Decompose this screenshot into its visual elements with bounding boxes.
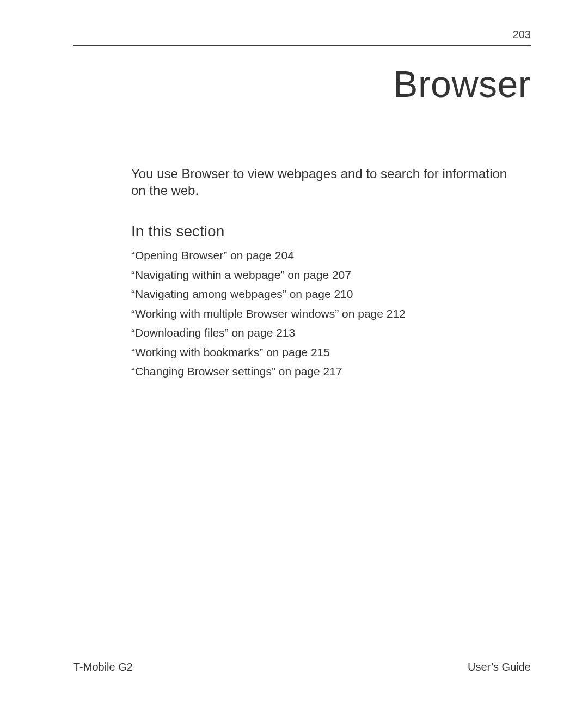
chapter-title: Browser: [74, 63, 531, 105]
intro-paragraph: You use Browser to view webpages and to …: [131, 165, 514, 199]
toc-item: “Working with multiple Browser windows” …: [131, 305, 514, 322]
toc-item: “Downloading files” on page 213: [131, 324, 514, 342]
page-number: 203: [74, 28, 531, 45]
toc-item: “Opening Browser” on page 204: [131, 247, 514, 264]
toc-list: “Opening Browser” on page 204 “Navigatin…: [131, 247, 514, 380]
footer: T-Mobile G2 User’s Guide: [74, 650, 531, 673]
toc-item: “Navigating within a webpage” on page 20…: [131, 266, 514, 284]
toc-item: “Navigating among webpages” on page 210: [131, 285, 514, 303]
section-heading: In this section: [131, 223, 514, 240]
footer-left: T-Mobile G2: [74, 661, 133, 673]
footer-right: User’s Guide: [468, 661, 531, 673]
content-area: You use Browser to view webpages and to …: [74, 165, 531, 650]
header-rule: [74, 45, 531, 46]
toc-item: “Changing Browser settings” on page 217: [131, 363, 514, 380]
toc-item: “Working with bookmarks” on page 215: [131, 344, 514, 361]
document-page: 203 Browser You use Browser to view webp…: [0, 0, 588, 706]
